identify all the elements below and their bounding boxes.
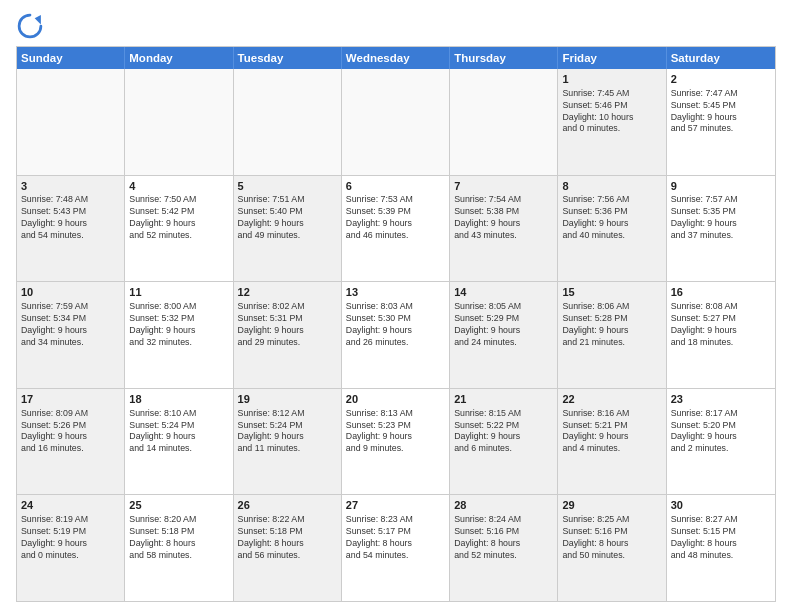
cell-info: Sunrise: 8:06 AM Sunset: 5:28 PM Dayligh… [562, 301, 661, 349]
calendar-cell: 22Sunrise: 8:16 AM Sunset: 5:21 PM Dayli… [558, 389, 666, 495]
cell-info: Sunrise: 8:20 AM Sunset: 5:18 PM Dayligh… [129, 514, 228, 562]
calendar-cell: 8Sunrise: 7:56 AM Sunset: 5:36 PM Daylig… [558, 176, 666, 282]
cell-info: Sunrise: 8:22 AM Sunset: 5:18 PM Dayligh… [238, 514, 337, 562]
cell-info: Sunrise: 8:17 AM Sunset: 5:20 PM Dayligh… [671, 408, 771, 456]
day-number: 29 [562, 498, 661, 513]
day-number: 28 [454, 498, 553, 513]
calendar-cell: 27Sunrise: 8:23 AM Sunset: 5:17 PM Dayli… [342, 495, 450, 601]
header-cell-sunday: Sunday [17, 47, 125, 69]
cell-info: Sunrise: 7:57 AM Sunset: 5:35 PM Dayligh… [671, 194, 771, 242]
calendar-cell: 2Sunrise: 7:47 AM Sunset: 5:45 PM Daylig… [667, 69, 775, 175]
cell-info: Sunrise: 7:53 AM Sunset: 5:39 PM Dayligh… [346, 194, 445, 242]
header-cell-thursday: Thursday [450, 47, 558, 69]
day-number: 27 [346, 498, 445, 513]
cell-info: Sunrise: 8:16 AM Sunset: 5:21 PM Dayligh… [562, 408, 661, 456]
calendar-cell: 19Sunrise: 8:12 AM Sunset: 5:24 PM Dayli… [234, 389, 342, 495]
calendar-row-5: 24Sunrise: 8:19 AM Sunset: 5:19 PM Dayli… [17, 494, 775, 601]
calendar-cell: 30Sunrise: 8:27 AM Sunset: 5:15 PM Dayli… [667, 495, 775, 601]
cell-info: Sunrise: 8:27 AM Sunset: 5:15 PM Dayligh… [671, 514, 771, 562]
calendar-cell: 21Sunrise: 8:15 AM Sunset: 5:22 PM Dayli… [450, 389, 558, 495]
calendar-cell: 3Sunrise: 7:48 AM Sunset: 5:43 PM Daylig… [17, 176, 125, 282]
calendar-cell: 15Sunrise: 8:06 AM Sunset: 5:28 PM Dayli… [558, 282, 666, 388]
calendar-cell: 11Sunrise: 8:00 AM Sunset: 5:32 PM Dayli… [125, 282, 233, 388]
header-cell-monday: Monday [125, 47, 233, 69]
cell-info: Sunrise: 7:51 AM Sunset: 5:40 PM Dayligh… [238, 194, 337, 242]
header [16, 12, 776, 40]
calendar-body: 1Sunrise: 7:45 AM Sunset: 5:46 PM Daylig… [17, 69, 775, 601]
calendar-cell: 20Sunrise: 8:13 AM Sunset: 5:23 PM Dayli… [342, 389, 450, 495]
day-number: 16 [671, 285, 771, 300]
calendar-cell: 6Sunrise: 7:53 AM Sunset: 5:39 PM Daylig… [342, 176, 450, 282]
day-number: 2 [671, 72, 771, 87]
calendar-cell: 24Sunrise: 8:19 AM Sunset: 5:19 PM Dayli… [17, 495, 125, 601]
calendar-cell: 26Sunrise: 8:22 AM Sunset: 5:18 PM Dayli… [234, 495, 342, 601]
page: SundayMondayTuesdayWednesdayThursdayFrid… [0, 0, 792, 612]
calendar-cell [342, 69, 450, 175]
cell-info: Sunrise: 8:24 AM Sunset: 5:16 PM Dayligh… [454, 514, 553, 562]
calendar-row-1: 1Sunrise: 7:45 AM Sunset: 5:46 PM Daylig… [17, 69, 775, 175]
calendar-cell: 13Sunrise: 8:03 AM Sunset: 5:30 PM Dayli… [342, 282, 450, 388]
calendar-cell [450, 69, 558, 175]
calendar-header: SundayMondayTuesdayWednesdayThursdayFrid… [17, 47, 775, 69]
cell-info: Sunrise: 8:12 AM Sunset: 5:24 PM Dayligh… [238, 408, 337, 456]
cell-info: Sunrise: 7:56 AM Sunset: 5:36 PM Dayligh… [562, 194, 661, 242]
cell-info: Sunrise: 7:50 AM Sunset: 5:42 PM Dayligh… [129, 194, 228, 242]
header-cell-tuesday: Tuesday [234, 47, 342, 69]
day-number: 21 [454, 392, 553, 407]
day-number: 26 [238, 498, 337, 513]
cell-info: Sunrise: 8:10 AM Sunset: 5:24 PM Dayligh… [129, 408, 228, 456]
day-number: 3 [21, 179, 120, 194]
day-number: 13 [346, 285, 445, 300]
day-number: 30 [671, 498, 771, 513]
day-number: 25 [129, 498, 228, 513]
calendar-cell: 5Sunrise: 7:51 AM Sunset: 5:40 PM Daylig… [234, 176, 342, 282]
calendar-cell: 4Sunrise: 7:50 AM Sunset: 5:42 PM Daylig… [125, 176, 233, 282]
cell-info: Sunrise: 8:15 AM Sunset: 5:22 PM Dayligh… [454, 408, 553, 456]
day-number: 24 [21, 498, 120, 513]
calendar-cell: 10Sunrise: 7:59 AM Sunset: 5:34 PM Dayli… [17, 282, 125, 388]
calendar-cell: 28Sunrise: 8:24 AM Sunset: 5:16 PM Dayli… [450, 495, 558, 601]
day-number: 19 [238, 392, 337, 407]
day-number: 9 [671, 179, 771, 194]
cell-info: Sunrise: 8:05 AM Sunset: 5:29 PM Dayligh… [454, 301, 553, 349]
cell-info: Sunrise: 8:25 AM Sunset: 5:16 PM Dayligh… [562, 514, 661, 562]
day-number: 5 [238, 179, 337, 194]
day-number: 1 [562, 72, 661, 87]
cell-info: Sunrise: 8:19 AM Sunset: 5:19 PM Dayligh… [21, 514, 120, 562]
calendar-cell: 25Sunrise: 8:20 AM Sunset: 5:18 PM Dayli… [125, 495, 233, 601]
day-number: 10 [21, 285, 120, 300]
day-number: 17 [21, 392, 120, 407]
day-number: 8 [562, 179, 661, 194]
calendar-cell: 7Sunrise: 7:54 AM Sunset: 5:38 PM Daylig… [450, 176, 558, 282]
cell-info: Sunrise: 7:59 AM Sunset: 5:34 PM Dayligh… [21, 301, 120, 349]
calendar-cell: 23Sunrise: 8:17 AM Sunset: 5:20 PM Dayli… [667, 389, 775, 495]
calendar-row-2: 3Sunrise: 7:48 AM Sunset: 5:43 PM Daylig… [17, 175, 775, 282]
calendar: SundayMondayTuesdayWednesdayThursdayFrid… [16, 46, 776, 602]
day-number: 11 [129, 285, 228, 300]
calendar-cell [125, 69, 233, 175]
calendar-cell: 17Sunrise: 8:09 AM Sunset: 5:26 PM Dayli… [17, 389, 125, 495]
logo [16, 12, 48, 40]
day-number: 20 [346, 392, 445, 407]
day-number: 23 [671, 392, 771, 407]
cell-info: Sunrise: 8:02 AM Sunset: 5:31 PM Dayligh… [238, 301, 337, 349]
calendar-cell [234, 69, 342, 175]
calendar-row-4: 17Sunrise: 8:09 AM Sunset: 5:26 PM Dayli… [17, 388, 775, 495]
logo-icon [16, 12, 44, 40]
header-cell-saturday: Saturday [667, 47, 775, 69]
calendar-cell: 1Sunrise: 7:45 AM Sunset: 5:46 PM Daylig… [558, 69, 666, 175]
day-number: 18 [129, 392, 228, 407]
day-number: 12 [238, 285, 337, 300]
day-number: 4 [129, 179, 228, 194]
header-cell-wednesday: Wednesday [342, 47, 450, 69]
cell-info: Sunrise: 7:54 AM Sunset: 5:38 PM Dayligh… [454, 194, 553, 242]
cell-info: Sunrise: 8:00 AM Sunset: 5:32 PM Dayligh… [129, 301, 228, 349]
calendar-cell: 9Sunrise: 7:57 AM Sunset: 5:35 PM Daylig… [667, 176, 775, 282]
calendar-cell: 29Sunrise: 8:25 AM Sunset: 5:16 PM Dayli… [558, 495, 666, 601]
header-cell-friday: Friday [558, 47, 666, 69]
cell-info: Sunrise: 7:47 AM Sunset: 5:45 PM Dayligh… [671, 88, 771, 136]
cell-info: Sunrise: 8:09 AM Sunset: 5:26 PM Dayligh… [21, 408, 120, 456]
cell-info: Sunrise: 8:08 AM Sunset: 5:27 PM Dayligh… [671, 301, 771, 349]
day-number: 15 [562, 285, 661, 300]
calendar-cell: 12Sunrise: 8:02 AM Sunset: 5:31 PM Dayli… [234, 282, 342, 388]
